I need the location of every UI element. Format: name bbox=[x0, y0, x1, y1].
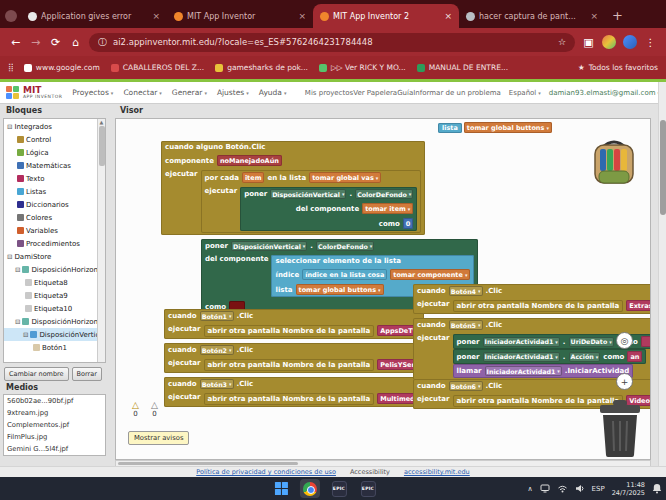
block-fragment-lista[interactable]: lista tomar global buttons▾ bbox=[438, 122, 552, 133]
component-dropdown[interactable]: IniciadorActividad1▾ bbox=[483, 337, 560, 347]
media-file[interactable]: FilmPlus.jpg bbox=[4, 432, 105, 444]
bookmark-star-icon[interactable]: ☆ bbox=[558, 37, 566, 47]
tree-scrollbar[interactable]: ▲ bbox=[97, 119, 105, 362]
block-set-colordefondo-1[interactable]: poner DisposiciónVertical▾ . ColorDeFond… bbox=[240, 187, 417, 231]
tree-item[interactable]: ⊟ DamiStore bbox=[4, 250, 105, 263]
start-button[interactable] bbox=[271, 479, 291, 498]
ai2-logo[interactable]: MIT APP INVENTOR bbox=[6, 86, 62, 99]
block-set-accion[interactable]: poner IniciadorActividad1▾ . Acción▾ com… bbox=[453, 349, 647, 364]
error-counter[interactable]: △ 0 bbox=[151, 401, 158, 418]
block-when-boton4-click[interactable]: cuando Botón4▾ .Clic ejecutar abrir otra… bbox=[413, 284, 651, 314]
apps-grid-icon[interactable]: ⣿ bbox=[8, 63, 13, 72]
tree-toggle-icon[interactable]: ⊟ bbox=[23, 331, 28, 339]
tree-item[interactable]: Variables bbox=[4, 224, 105, 237]
property-dropdown[interactable]: ColorDeFondo▾ bbox=[316, 241, 374, 251]
blocks-canvas[interactable]: lista tomar global buttons▾ cuando algun… bbox=[115, 118, 651, 460]
media-file[interactable]: Gemini G...5l4f.jpf bbox=[4, 444, 105, 456]
header-link[interactable]: Ver Papelera bbox=[353, 89, 397, 97]
address-bar[interactable]: ⓘ ai2.appinventor.mit.edu/?locale=es_ES#… bbox=[89, 33, 575, 52]
refresh-icon[interactable]: ⟳ bbox=[49, 36, 62, 49]
tab-close-icon[interactable]: × bbox=[298, 11, 306, 21]
property-dropdown[interactable]: Acción▾ bbox=[569, 352, 601, 362]
tab[interactable]: MIT App Inventor × bbox=[167, 4, 313, 28]
tab[interactable]: hacer captura de pant... × bbox=[459, 4, 605, 28]
component-dropdown[interactable]: Botón6▾ bbox=[449, 381, 483, 391]
bookmark-item[interactable]: MANUAL DE ENTRE... bbox=[417, 63, 508, 72]
block-number-zero[interactable]: 0 bbox=[403, 218, 414, 229]
header-link[interactable]: Informar de un problema bbox=[413, 89, 501, 97]
param-item[interactable]: item bbox=[242, 172, 265, 183]
block-when-boton3-click[interactable]: cuando Botón3▾ .Clic ejecutar abrir otra… bbox=[164, 377, 428, 407]
account-avatar[interactable] bbox=[623, 35, 637, 49]
header-link[interactable]: Guía bbox=[397, 89, 413, 97]
display-icon[interactable] bbox=[540, 484, 550, 493]
tree-item[interactable]: ⊟ DisposiciónVertical bbox=[4, 328, 105, 341]
block-when-boton5-click[interactable]: cuando Botón5▾ .Clic ejecutar poner Inic… bbox=[413, 318, 651, 380]
block-open-screen[interactable]: abrir otra pantalla Nombre de la pantall… bbox=[204, 325, 375, 337]
tab-close-icon[interactable]: × bbox=[444, 11, 452, 21]
center-blocks-button[interactable]: ◎ bbox=[616, 332, 633, 349]
privacy-link[interactable]: Política de privacidad y condiciones de … bbox=[196, 468, 336, 476]
block-text-screen-name[interactable]: Extras bbox=[626, 300, 651, 311]
tree-item[interactable]: Etiqueta9 bbox=[4, 289, 105, 302]
taskbar-clock[interactable]: 11:48 24/7/2025 bbox=[612, 481, 645, 497]
tree-item[interactable]: Botón1 bbox=[4, 341, 105, 354]
backpack-icon[interactable] bbox=[586, 135, 642, 189]
property-dropdown[interactable]: UriDeDato▾ bbox=[569, 337, 614, 347]
tree-item[interactable]: Diccionarios bbox=[4, 198, 105, 211]
component-dropdown[interactable]: DisposiciónVertical▾ bbox=[270, 189, 346, 199]
warning-counter[interactable]: △ 0 bbox=[132, 401, 139, 418]
tree-toggle-icon[interactable]: ⊟ bbox=[7, 253, 12, 261]
block-when-any-button-click[interactable]: cuando alguno Botón.Clic componente noMa… bbox=[161, 141, 425, 235]
block-open-screen[interactable]: abrir otra pantalla Nombre de la pantall… bbox=[204, 359, 375, 371]
block-text-clipped[interactable] bbox=[641, 336, 651, 347]
tree-item[interactable]: ⊟ DisposiciónHorizontal bbox=[4, 263, 105, 276]
wifi-icon[interactable] bbox=[557, 484, 568, 493]
url-text[interactable]: ai2.appinventor.mit.edu/?locale=es_ES#57… bbox=[113, 37, 552, 47]
block-get-global-buttons[interactable]: tomar global buttons▾ bbox=[296, 284, 384, 295]
bookmark-item[interactable]: gamesharks de pok... bbox=[215, 63, 308, 72]
block-open-screen[interactable]: abrir otra pantalla Nombre de la pantall… bbox=[204, 393, 375, 405]
tree-toggle-icon[interactable]: ⊟ bbox=[15, 318, 20, 326]
tab-close-icon[interactable]: × bbox=[152, 11, 160, 21]
tree-item[interactable]: Lógica bbox=[4, 146, 105, 159]
trash-icon[interactable] bbox=[594, 399, 646, 459]
notification-bell-icon[interactable] bbox=[652, 483, 662, 494]
page-scrollbar[interactable] bbox=[658, 82, 666, 466]
tree-item[interactable]: Texto bbox=[4, 172, 105, 185]
taskbar-chrome-icon[interactable] bbox=[300, 479, 320, 498]
tree-toggle-icon[interactable]: ⊟ bbox=[15, 266, 20, 274]
tree-item[interactable]: ⊟ DisposiciónHorizontal bbox=[4, 315, 105, 328]
media-file[interactable]: 9xtream.jpg bbox=[4, 408, 105, 420]
tree-toggle-icon[interactable]: ⊟ bbox=[7, 123, 12, 131]
block-when-boton2-click[interactable]: cuando Botón2▾ .Clic ejecutar abrir otra… bbox=[164, 343, 432, 373]
block-get-global-vas[interactable]: tomar global vas▾ bbox=[309, 172, 381, 183]
taskbar-epic-icon[interactable]: EPIC bbox=[329, 479, 349, 498]
component-dropdown[interactable]: IniciadorActividad1▾ bbox=[485, 366, 562, 376]
rename-button[interactable]: Cambiar nombre bbox=[4, 367, 69, 381]
property-dropdown[interactable]: ColorDeFondo▾ bbox=[355, 189, 413, 199]
site-info-icon[interactable]: ⓘ bbox=[98, 36, 107, 49]
show-warnings-button[interactable]: Mostrar avisos bbox=[128, 431, 189, 445]
new-tab-button[interactable]: + bbox=[612, 8, 623, 23]
tree-item[interactable]: Etiqueta10 bbox=[4, 302, 105, 315]
tab[interactable]: MIT App Inventor 2 × bbox=[313, 4, 459, 28]
block-get-item[interactable]: tomar item▾ bbox=[362, 203, 413, 214]
tree-item[interactable]: Etiqueta8 bbox=[4, 276, 105, 289]
tree-item[interactable]: Colores bbox=[4, 211, 105, 224]
component-dropdown[interactable]: Botón5▾ bbox=[449, 320, 483, 330]
block-get-componente[interactable]: tomar componente▾ bbox=[390, 269, 470, 280]
component-dropdown[interactable]: Botón3▾ bbox=[200, 379, 234, 389]
back-icon[interactable]: ← bbox=[9, 36, 22, 49]
header-link[interactable]: Mis proyectos bbox=[305, 89, 353, 97]
component-dropdown[interactable]: Botón4▾ bbox=[449, 286, 483, 296]
browser-menu-icon[interactable]: ⋮ bbox=[644, 37, 657, 48]
block-open-screen[interactable]: abrir otra pantalla Nombre de la pantall… bbox=[453, 300, 624, 312]
dropdown-caret-icon[interactable]: ▾ bbox=[546, 125, 549, 131]
profile-picture[interactable] bbox=[602, 35, 616, 49]
tab-search-icon[interactable] bbox=[5, 10, 17, 22]
block-when-boton1-click[interactable]: cuando Botón1▾ .Clic ejecutar abrir otra… bbox=[164, 309, 424, 339]
tree-item[interactable]: Matemáticas bbox=[4, 159, 105, 172]
bookmark-item[interactable]: ▷▷ Ver RICK Y MO... bbox=[319, 63, 406, 72]
tab[interactable]: Application gives error × bbox=[21, 4, 167, 28]
